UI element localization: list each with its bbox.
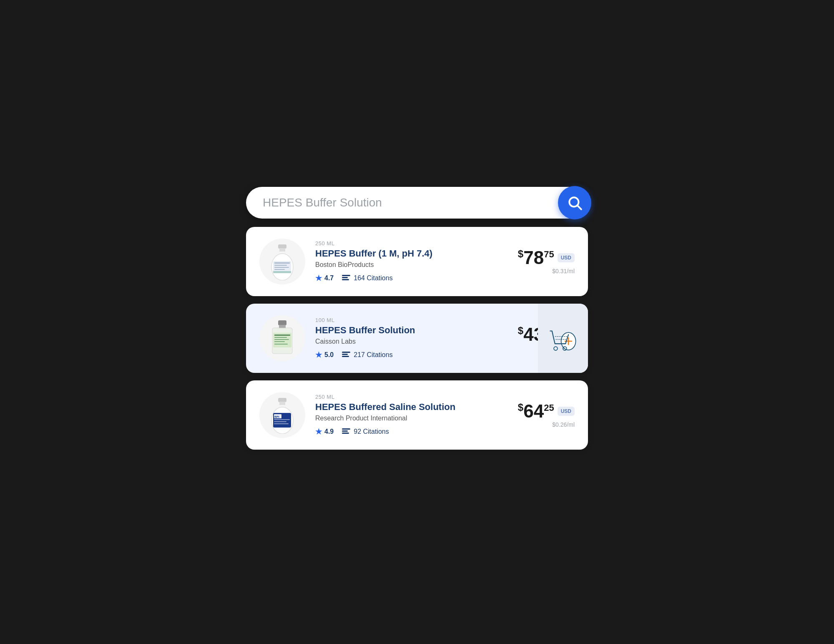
- cart-icon-area[interactable]: [538, 304, 588, 373]
- product-card-1[interactable]: 250 ML HEPES Buffer (1 M, pH 7.4) Boston…: [246, 227, 588, 296]
- star-icon-3: ★: [315, 427, 322, 436]
- citations-3: 92 Citations: [342, 428, 389, 435]
- svg-text:RPI: RPI: [274, 415, 279, 418]
- citations-icon-2: [342, 352, 350, 358]
- product-vendor-1: Boston BioProducts: [315, 261, 508, 269]
- svg-rect-21: [274, 341, 285, 342]
- volume-label-3: 250 ML: [315, 394, 508, 400]
- price-cents: 25: [544, 402, 554, 413]
- product-image-3: RPI: [259, 392, 305, 438]
- citations-icon-1: [342, 275, 350, 282]
- citations-2: 217 Citations: [342, 351, 392, 359]
- volume-label-1: 250 ML: [315, 240, 508, 247]
- add-to-cart-icon[interactable]: [548, 324, 578, 353]
- svg-rect-40: [342, 428, 350, 430]
- price-section-3: $6425 USD $0.26/ml: [518, 402, 575, 428]
- svg-rect-8: [274, 267, 289, 268]
- svg-rect-2: [278, 244, 286, 249]
- product-card-2[interactable]: 100 ML HEPES Buffer Solution Caisson Lab…: [246, 304, 588, 373]
- currency-badge-1: USD: [558, 253, 575, 262]
- price-per-unit-1: $0.31/ml: [552, 268, 575, 274]
- rating-value-1: 4.7: [324, 274, 334, 282]
- svg-rect-23: [342, 352, 350, 353]
- price-section-1: $7875 USD $0.31/ml: [518, 249, 575, 274]
- price-row-1: $7875 USD: [518, 249, 575, 267]
- product-meta-2: ★ 5.0 217 Citations: [315, 350, 508, 360]
- product-name-3: HEPES Buffered Saline Solution: [315, 402, 508, 413]
- svg-rect-10: [273, 271, 291, 273]
- svg-rect-7: [274, 265, 287, 266]
- svg-rect-14: [278, 320, 286, 325]
- product-name-2: HEPES Buffer Solution: [315, 325, 508, 336]
- search-input[interactable]: [246, 187, 588, 219]
- citations-value-1: 164 Citations: [354, 274, 392, 282]
- rating-value-2: 5.0: [324, 351, 334, 359]
- product-card-3[interactable]: RPI 250 ML HEPES Buffered Saline Solutio…: [246, 380, 588, 450]
- product-info-1: 250 ML HEPES Buffer (1 M, pH 7.4) Boston…: [315, 240, 508, 282]
- dollar-sign: $: [518, 248, 523, 259]
- price-cents: 75: [544, 249, 554, 259]
- citations-value-3: 92 Citations: [354, 428, 389, 435]
- svg-point-29: [554, 347, 558, 350]
- search-icon: [567, 195, 583, 211]
- svg-rect-38: [274, 423, 289, 424]
- citations-value-2: 217 Citations: [354, 351, 392, 359]
- product-meta-1: ★ 4.7 164 Citations: [315, 274, 508, 283]
- svg-rect-18: [274, 335, 290, 336]
- svg-rect-25: [342, 356, 349, 357]
- svg-rect-42: [342, 433, 349, 434]
- svg-rect-32: [279, 402, 285, 405]
- product-image-1: [259, 239, 305, 284]
- svg-line-1: [578, 206, 581, 209]
- rating-value-3: 4.9: [324, 428, 334, 435]
- price-per-unit-3: $0.26/ml: [552, 421, 575, 428]
- product-info-2: 100 ML HEPES Buffer Solution Caisson Lab…: [315, 317, 508, 359]
- svg-rect-36: [274, 419, 290, 420]
- svg-rect-12: [342, 277, 348, 278]
- product-vendor-3: Research Product International: [315, 415, 508, 422]
- price-main-1: $7875: [518, 249, 554, 267]
- svg-rect-11: [342, 275, 350, 276]
- search-button[interactable]: [558, 186, 591, 219]
- citations-icon-3: [342, 428, 350, 435]
- product-name-1: HEPES Buffer (1 M, pH 7.4): [315, 248, 508, 259]
- volume-label-2: 100 ML: [315, 317, 508, 323]
- svg-rect-41: [342, 430, 348, 432]
- price-row-3: $6425 USD: [518, 402, 575, 420]
- product-meta-3: ★ 4.9 92 Citations: [315, 427, 508, 436]
- rating-1: ★ 4.7: [315, 274, 334, 283]
- svg-rect-37: [274, 421, 286, 422]
- svg-rect-24: [342, 354, 348, 355]
- dollar-sign: $: [518, 325, 523, 336]
- dollar-sign: $: [518, 402, 523, 413]
- svg-rect-6: [274, 262, 290, 264]
- star-icon-2: ★: [315, 350, 322, 360]
- product-info-3: 250 ML HEPES Buffered Saline Solution Re…: [315, 394, 508, 436]
- product-vendor-2: Caisson Labs: [315, 338, 508, 345]
- svg-rect-19: [274, 337, 287, 338]
- svg-rect-22: [274, 344, 288, 345]
- citations-1: 164 Citations: [342, 274, 392, 282]
- svg-rect-3: [279, 248, 285, 252]
- products-list: 250 ML HEPES Buffer (1 M, pH 7.4) Boston…: [246, 227, 588, 457]
- currency-badge-3: USD: [558, 407, 575, 416]
- svg-rect-9: [274, 269, 285, 270]
- star-icon-1: ★: [315, 274, 322, 283]
- search-bar-wrapper: [246, 187, 588, 219]
- svg-rect-20: [274, 339, 289, 340]
- price-main-3: $6425: [518, 402, 554, 420]
- rating-2: ★ 5.0: [315, 350, 334, 360]
- main-container: 250 ML HEPES Buffer (1 M, pH 7.4) Boston…: [246, 187, 588, 457]
- svg-rect-13: [342, 279, 349, 280]
- rating-3: ★ 4.9: [315, 427, 334, 436]
- product-image-2: [259, 315, 305, 361]
- svg-rect-31: [278, 398, 286, 402]
